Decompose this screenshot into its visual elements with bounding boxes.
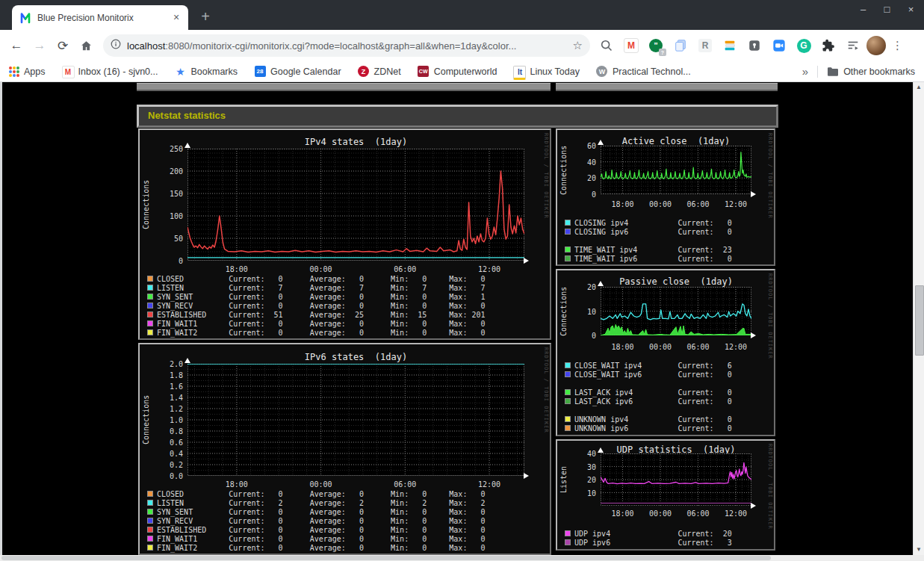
legend-row: TIME_WAIT ipv6 Current: 0 <box>565 254 769 263</box>
bookmarks-bar: AppsMInbox (16) - sjvn0...★Bookmarks28Go… <box>0 61 924 82</box>
x-tick-label: 18:00 <box>607 509 637 518</box>
rrdtool-watermark: RRDTOOL / TOBI OETIKER <box>767 444 773 530</box>
bookmark-label: Practical Technol... <box>613 66 691 77</box>
back-icon[interactable]: ← <box>6 35 27 56</box>
apps-dot <box>16 66 19 69</box>
bookmark-star-icon[interactable]: ☆ <box>573 39 583 52</box>
profile-avatar[interactable] <box>866 36 886 55</box>
bookmarks-overflow-icon[interactable]: » <box>802 65 808 78</box>
legend-text: UDP ipv6 Current: 3 <box>574 539 732 547</box>
legend-swatch <box>147 285 153 291</box>
scroll-down-icon[interactable]: ▼ <box>914 545 924 555</box>
chart-legend: CLOSED Current: 0 Average: 0 Min: 0 Max:… <box>147 489 545 552</box>
apps-dot <box>13 66 16 69</box>
y-tick-label: 1.2 <box>140 405 183 413</box>
tab-strip: Blue Precision Monitorix × + – □ × <box>0 0 924 30</box>
y-tick-label: 60 <box>557 142 596 150</box>
y-tick-label: 1.8 <box>140 371 183 379</box>
x-tick-label: 06:00 <box>683 343 713 351</box>
window-close-icon[interactable]: × <box>905 4 917 15</box>
page-info-icon[interactable] <box>111 39 121 52</box>
legend-row: CLOSING ipv4 Current: 0 <box>565 218 769 227</box>
y-tick-label: 50 <box>140 235 183 243</box>
legend-row: LAST_ACK ipv6 Current: 0 <box>565 397 769 406</box>
legend-swatch <box>565 220 571 226</box>
books-icon[interactable] <box>721 37 739 55</box>
browser-tab[interactable]: Blue Precision Monitorix × <box>12 5 188 30</box>
bookmark-item-2[interactable]: ★Bookmarks <box>175 66 238 78</box>
gmail-icon[interactable]: M <box>622 37 640 55</box>
scroll-up-icon[interactable]: ▲ <box>914 82 924 93</box>
url-host: localhost <box>127 40 165 52</box>
other-bookmarks-button[interactable]: Other bookmarks <box>827 66 915 78</box>
x-tick-label: 06:00 <box>390 480 420 489</box>
legend-swatch <box>147 491 153 497</box>
bookmark-item-5[interactable]: CWComputerworld <box>418 66 497 78</box>
legend-swatch <box>565 255 571 261</box>
section-title: Netstat statistics <box>148 110 226 121</box>
search-icon[interactable] <box>598 37 616 55</box>
tab-close-icon[interactable]: × <box>170 12 182 24</box>
legend-row: LAST_ACK ipv4 Current: 0 <box>565 388 769 397</box>
axis-arrow-up-icon <box>185 143 190 148</box>
password-icon[interactable] <box>745 37 763 55</box>
y-tick-label: 0 <box>557 190 596 199</box>
horizontal-scrollbar[interactable] <box>0 555 924 561</box>
window-maximize-icon[interactable]: □ <box>881 4 893 15</box>
reload-icon[interactable]: ⟳ <box>52 35 73 56</box>
forward-icon[interactable]: → <box>29 35 50 56</box>
bookmark-label: ZDNet <box>374 66 401 77</box>
legend-swatch <box>147 509 153 515</box>
home-icon[interactable] <box>75 35 96 56</box>
legend-swatch <box>147 312 153 317</box>
legend-text: TIME_WAIT ipv6 Current: 0 <box>574 255 732 263</box>
legend-swatch <box>565 425 571 431</box>
tab-title: Blue Precision Monitorix <box>37 13 170 23</box>
vertical-scrollbar[interactable]: ▲ ▼ <box>913 82 924 555</box>
hangouts-icon[interactable]: ”? <box>647 37 665 55</box>
bookmark-label: Linux Today <box>530 66 580 77</box>
bookmark-item-1[interactable]: MInbox (16) - sjvn0... <box>62 66 158 78</box>
y-tick-label: 10 <box>557 308 596 316</box>
panel-ipv4-states: IPv4 states (1day)Connections05010015020… <box>138 128 551 340</box>
zoom-icon[interactable] <box>770 37 788 55</box>
bookmark-item-7[interactable]: WPractical Technol... <box>596 66 691 78</box>
bookmark-item-6[interactable]: ltLinux Today <box>513 66 580 78</box>
browser-menu-icon[interactable]: ⋮ <box>892 39 902 52</box>
chart-plot <box>601 287 751 335</box>
legend-text: FIN_WAIT2 Current: 0 Average: 0 Min: 0 M… <box>157 329 486 337</box>
horizontal-scrollbar-thumb[interactable] <box>1 556 771 560</box>
legend-group: UNKNOWN ipv4 Current: 0UNKNOWN ipv6 Curr… <box>565 415 769 433</box>
bookmark-item-3[interactable]: 28Google Calendar <box>254 66 341 78</box>
puzzle-icon[interactable] <box>819 37 837 55</box>
bookmark-label: Inbox (16) - sjvn0... <box>78 66 158 77</box>
y-tick-label: 150 <box>140 190 183 198</box>
gmail-icon: M <box>62 66 74 78</box>
legend-row: FIN_WAIT1 Current: 0 Average: 0 Min: 0 M… <box>147 319 545 328</box>
bookmark-item-0[interactable]: Apps <box>9 66 46 77</box>
media-list-icon[interactable] <box>844 37 862 55</box>
bookmark-item-4[interactable]: ZZDNet <box>358 66 401 78</box>
wordpress-icon: W <box>596 66 608 78</box>
x-tick-label: 00:00 <box>306 265 336 273</box>
new-tab-button[interactable]: + <box>196 7 215 27</box>
chart-legend: CLOSE_WAIT ipv4 Current: 6CLOSE_WAIT ipv… <box>565 361 769 433</box>
y-tick-label: 20 <box>557 174 596 182</box>
window-minimize-icon[interactable]: – <box>858 4 869 15</box>
star-icon: ★ <box>175 66 187 78</box>
x-tick-label: 12:00 <box>474 265 504 273</box>
chart-ipv4-states: IPv4 states (1day)Connections05010015020… <box>140 130 550 338</box>
legend-swatch <box>147 276 153 282</box>
url-text[interactable]: localhost:8080/monitorix-cgi/monitorix.c… <box>127 40 567 52</box>
legend-row: FIN_WAIT2 Current: 0 Average: 0 Min: 0 M… <box>147 543 545 552</box>
address-bar[interactable]: localhost:8080/monitorix-cgi/monitorix.c… <box>103 34 590 57</box>
vertical-scrollbar-thumb[interactable] <box>915 285 924 356</box>
y-tick-label: 20 <box>557 283 596 291</box>
grammarly-icon[interactable]: G <box>795 37 813 55</box>
rrdtool-watermark: RRDTOOL / TOBI OETIKER <box>543 347 549 433</box>
legend-swatch <box>565 530 571 536</box>
x-tick-label: 12:00 <box>474 480 504 489</box>
r-extension-icon[interactable]: R <box>696 37 714 55</box>
chart-udp-statistics: UDP statistics (1day)Listen1020304018:00… <box>557 441 774 549</box>
copy-pages-icon[interactable] <box>672 37 689 55</box>
